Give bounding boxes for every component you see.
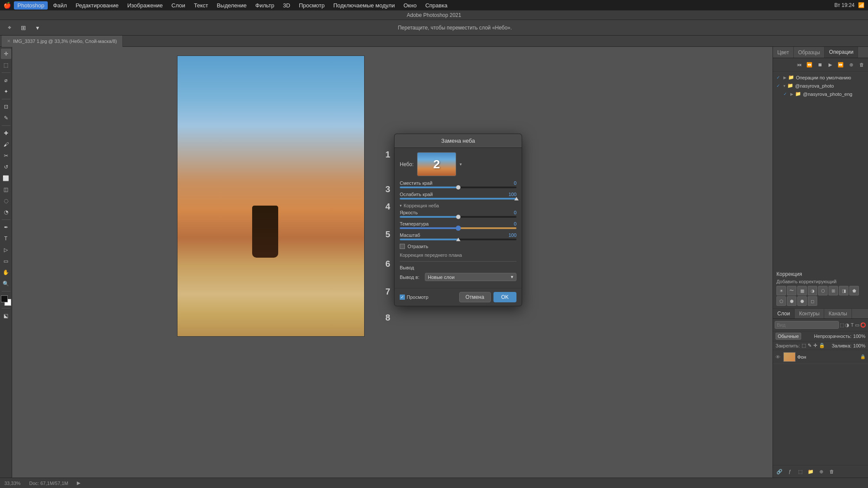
magic-wand-tool[interactable]: ✦ [1, 86, 11, 97]
clone-tool[interactable]: ✂ [1, 151, 11, 161]
fade-edge-track[interactable] [400, 198, 516, 200]
add-mask-btn[interactable]: ⬚ [796, 467, 805, 476]
lock-all-icon[interactable]: 🔒 [819, 343, 825, 348]
lock-position-icon[interactable]: ✛ [813, 343, 817, 348]
lock-transparent-icon[interactable]: ⬚ [802, 343, 806, 348]
menu-file[interactable]: Файл [49, 1, 70, 10]
scale-thumb[interactable] [456, 238, 460, 241]
corr-threshold-icon[interactable]: ◻ [808, 296, 817, 306]
temperature-thumb[interactable] [456, 226, 461, 231]
corr-posterize-icon[interactable]: ⬣ [797, 296, 807, 306]
hand-tool[interactable]: ✋ [1, 267, 11, 278]
move-tool[interactable]: ✛ [1, 49, 11, 59]
dodge-tool[interactable]: ◔ [1, 207, 11, 217]
shape-tool[interactable]: ▭ [1, 256, 11, 266]
play-icon[interactable]: ▶ [825, 60, 835, 69]
layer-background[interactable]: 👁 Фон 🔒 [773, 350, 868, 364]
apple-logo-icon[interactable]: 🍎 [3, 2, 10, 9]
foreground-color[interactable] [1, 295, 8, 302]
corr-brightness-icon[interactable]: ☀ [776, 286, 786, 295]
filter-smart-btn[interactable]: ⭕ [860, 320, 866, 330]
blur-tool[interactable]: ◌ [1, 196, 11, 206]
temperature-track[interactable] [400, 227, 516, 229]
move-tool-btn[interactable]: ⌖ [3, 22, 16, 34]
select-tool[interactable]: ⬚ [1, 60, 11, 70]
text-tool[interactable]: T [1, 233, 11, 244]
eraser-tool[interactable]: ⬜ [1, 173, 11, 183]
play-back-icon[interactable]: ⏮ [794, 60, 804, 69]
crop-tool[interactable]: ⊡ [1, 102, 11, 112]
sky-correction-chevron-icon[interactable]: ▾ [400, 203, 402, 208]
stop-icon[interactable]: ⏹ [815, 60, 825, 69]
layer-eye-icon[interactable]: 👁 [776, 354, 782, 360]
filter-type-btn[interactable]: ⬚ [840, 320, 844, 330]
tab-swatches[interactable]: Образцы [794, 47, 825, 58]
menu-3d[interactable]: 3D [279, 1, 294, 10]
delete-layer-btn[interactable]: 🗑 [827, 467, 836, 476]
new-group-btn[interactable]: 📁 [806, 467, 815, 476]
shift-edge-track[interactable] [400, 187, 516, 188]
add-style-btn[interactable]: ƒ [785, 467, 795, 476]
sky-dropdown-arrow-icon[interactable]: ▾ [460, 162, 462, 167]
menu-photoshop[interactable]: Photoshop [14, 1, 48, 10]
brightness-thumb[interactable] [456, 215, 460, 219]
menu-edit[interactable]: Редактирование [72, 1, 122, 10]
history-brush[interactable]: ↺ [1, 162, 11, 172]
corr-levels-icon[interactable]: ▦ [797, 286, 807, 295]
layers-mode-dropdown[interactable]: Обычные [776, 333, 801, 340]
menu-filter[interactable]: Фильтр [252, 1, 278, 10]
brightness-track[interactable] [400, 216, 516, 218]
output-dropdown[interactable]: Новые слои ▾ [425, 273, 516, 281]
gradient-tool[interactable]: ◫ [1, 184, 11, 195]
preview-checkbox[interactable]: ✓ [400, 295, 405, 300]
menu-plugins[interactable]: Подключаемые модули [330, 1, 398, 10]
step-back-icon[interactable]: ⏪ [805, 60, 814, 69]
lasso-tool[interactable]: ⌀ [1, 75, 11, 85]
tab-operations[interactable]: Операции [825, 47, 858, 58]
tab-color[interactable]: Цвет [773, 47, 794, 58]
corr-blackwhite-icon[interactable]: ◨ [839, 286, 848, 295]
arrange-btn[interactable]: ⊞ [17, 22, 30, 34]
lock-paint-icon[interactable]: ✎ [808, 343, 812, 348]
zoom-tool[interactable]: 🔍 [1, 278, 11, 289]
path-select-tool[interactable]: ▷ [1, 245, 11, 255]
filter-adjustment-btn[interactable]: ◑ [845, 320, 849, 330]
layers-search-input[interactable] [775, 321, 839, 329]
color-selector[interactable] [1, 295, 11, 306]
healing-tool[interactable]: ✚ [1, 128, 11, 138]
close-icon[interactable]: ✕ [7, 39, 10, 43]
layers-tab-channels[interactable]: Каналы [824, 309, 852, 318]
sky-thumbnail[interactable]: 2 [417, 152, 456, 176]
layers-tab-paths[interactable]: Контуры [795, 309, 824, 318]
pen-tool[interactable]: ✒ [1, 222, 11, 233]
menu-image[interactable]: Изображение [124, 1, 166, 10]
fast-forward-icon[interactable]: ⏩ [836, 60, 845, 69]
corr-invert-icon[interactable]: ⬢ [787, 296, 796, 306]
layers-tab-layers[interactable]: Слои [773, 309, 795, 318]
shift-edge-thumb[interactable] [456, 185, 460, 190]
menu-help[interactable]: Справка [422, 1, 451, 10]
menu-view[interactable]: Просмотр [296, 1, 328, 10]
op-nasyrova-photo[interactable]: ✓ ▾ 📁 @nasyrova_photo [775, 82, 866, 90]
corr-channel-icon[interactable]: ⬠ [776, 296, 786, 306]
ok-button[interactable]: OK [493, 292, 516, 302]
link-layers-btn[interactable]: 🔗 [775, 467, 784, 476]
flip-checkbox[interactable] [400, 244, 405, 249]
dropdown-btn[interactable]: ▾ [31, 22, 43, 34]
corr-curves-icon[interactable]: 〜 [787, 286, 796, 295]
eyedropper-tool[interactable]: ✎ [1, 113, 11, 123]
op-default-actions[interactable]: ✓ ▶ 📁 Операции по умолчанию [775, 73, 866, 82]
fade-edge-thumb[interactable] [514, 197, 519, 200]
corr-vibrance-icon[interactable]: ⬡ [818, 286, 828, 295]
menu-window[interactable]: Окно [400, 1, 420, 10]
quick-mask-tool[interactable]: ⬕ [1, 311, 11, 321]
menu-text[interactable]: Текст [191, 1, 212, 10]
menu-layers[interactable]: Слои [168, 1, 189, 10]
new-layer-btn[interactable]: ⊕ [816, 467, 826, 476]
new-action-icon[interactable]: ⊕ [846, 60, 856, 69]
cancel-button[interactable]: Отмена [459, 292, 491, 302]
corr-hue-icon[interactable]: ◑ [808, 286, 817, 295]
menu-select[interactable]: Выделение [213, 1, 250, 10]
delete-action-icon[interactable]: 🗑 [857, 60, 866, 69]
file-tab[interactable]: ✕ IMG_3337 1.jpg @ 33,3% (Небо, Слой-мас… [2, 36, 123, 47]
